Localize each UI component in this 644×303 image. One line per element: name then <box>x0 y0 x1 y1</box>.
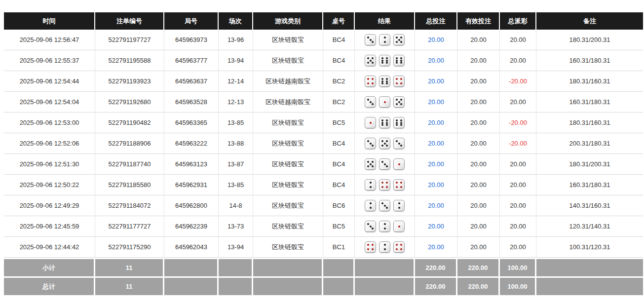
total-bet-link[interactable]: 20.00 <box>428 223 444 230</box>
cell-dice <box>355 154 415 175</box>
cell-game-type: 区块链骰宝 <box>253 237 323 258</box>
dice-result <box>365 34 405 45</box>
cell-remark: 120.31/140.31 <box>536 216 643 237</box>
cell-payout: 20.00 <box>500 50 536 71</box>
cell-dice <box>355 133 415 154</box>
cell-dice <box>355 50 415 71</box>
cell-dice <box>355 175 415 195</box>
footer-cell-game-type <box>253 276 323 295</box>
cell-game-type: 区块链越南骰宝 <box>253 92 323 113</box>
cell-payout: 20.00 <box>500 92 536 113</box>
cell-bet-id: 522791185580 <box>95 175 164 195</box>
table-row: 2025-09-06 12:56:47522791197727645963973… <box>4 30 643 50</box>
die-face-2-icon <box>379 241 390 253</box>
cell-table-no: BC4 <box>323 133 355 154</box>
cell-time: 2025-09-06 12:49:29 <box>4 195 95 216</box>
die-face-3-icon <box>365 138 376 149</box>
col-header-session: 场次 <box>219 12 253 30</box>
cell-valid-bet: 20.00 <box>457 133 500 154</box>
cell-time: 2025-09-06 12:50:22 <box>4 175 95 195</box>
total-row: 总计11220.00220.00100.00 <box>4 276 643 295</box>
cell-time: 2025-09-06 12:44:42 <box>4 237 95 258</box>
die-face-4-icon <box>393 76 405 87</box>
footer-cell-remark <box>536 258 643 276</box>
total-bet-link[interactable]: 20.00 <box>428 57 444 64</box>
footer-cell-remark <box>536 276 643 295</box>
cell-table-no: BC4 <box>323 50 355 71</box>
cell-total-bet: 20.00 <box>415 216 457 237</box>
total-count: 11 <box>95 276 164 295</box>
cell-round-id: 645963365 <box>164 113 219 133</box>
table-row: 2025-09-06 12:50:22522791185580645962931… <box>4 175 643 195</box>
die-face-4-icon <box>365 241 376 253</box>
cell-table-no: BC2 <box>323 71 355 92</box>
die-face-3-icon <box>393 138 405 149</box>
cell-table-no: BC5 <box>323 216 355 237</box>
cell-dice <box>355 195 415 216</box>
total-bet-link[interactable]: 20.00 <box>428 243 444 251</box>
cell-game-type: 区块链骰宝 <box>253 30 323 50</box>
footer-cell-dice <box>355 276 415 295</box>
cell-time: 2025-09-06 12:56:47 <box>4 30 95 50</box>
die-face-5-icon <box>365 55 376 66</box>
col-header-total-bet: 总投注 <box>415 12 457 30</box>
footer-cell-payout: 100.00 <box>500 258 536 276</box>
cell-table-no: BC4 <box>323 30 355 50</box>
cell-session: 12-14 <box>219 71 253 92</box>
die-face-6-icon <box>379 55 390 66</box>
cell-game-type: 区块链骰宝 <box>253 175 323 195</box>
cell-valid-bet: 20.00 <box>457 175 500 195</box>
total-bet-link[interactable]: 20.00 <box>428 202 444 209</box>
cell-valid-bet: 20.00 <box>457 195 500 216</box>
cell-time: 2025-09-06 12:55:37 <box>4 50 95 71</box>
cell-round-id: 645962931 <box>164 175 219 195</box>
col-header-table-no: 桌号 <box>323 12 355 30</box>
total-bet-link[interactable]: 20.00 <box>428 181 444 189</box>
cell-total-bet: 20.00 <box>415 237 457 258</box>
cell-remark: 180.31/160.31 <box>536 113 643 133</box>
die-face-1-icon <box>365 117 376 128</box>
cell-session: 13-94 <box>219 50 253 71</box>
cell-session: 13-94 <box>219 237 253 258</box>
dice-result <box>365 158 405 170</box>
table-row: 2025-09-06 12:49:29522791184072645962800… <box>4 195 643 216</box>
cell-dice <box>355 216 415 237</box>
total-bet-link[interactable]: 20.00 <box>428 98 444 106</box>
cell-game-type: 区块链骰宝 <box>253 113 323 133</box>
cell-valid-bet: 20.00 <box>457 92 500 113</box>
cell-payout: -20.00 <box>500 113 536 133</box>
cell-round-id: 645962239 <box>164 216 219 237</box>
dice-result <box>365 179 405 190</box>
die-face-2-icon <box>393 200 405 211</box>
cell-payout: 20.00 <box>500 216 536 237</box>
die-face-1-icon <box>393 158 405 170</box>
total-bet-link[interactable]: 20.00 <box>428 160 444 168</box>
dice-result <box>365 55 405 66</box>
footer-cell-session <box>219 276 253 295</box>
cell-total-bet: 20.00 <box>415 92 457 113</box>
table-row: 2025-09-06 12:52:06522791188906645963222… <box>4 133 643 154</box>
cell-remark: 180.31/160.31 <box>536 71 643 92</box>
die-face-2-icon <box>365 179 376 190</box>
col-header-dice: 结果 <box>355 12 415 30</box>
cell-time: 2025-09-06 12:54:44 <box>4 71 95 92</box>
cell-game-type: 区块链骰宝 <box>253 50 323 71</box>
total-bet-link[interactable]: 20.00 <box>428 119 444 126</box>
footer-cell-table-no <box>323 258 355 276</box>
cell-session: 13-73 <box>219 216 253 237</box>
total-bet-link[interactable]: 20.00 <box>428 140 444 147</box>
total-bet-link[interactable]: 20.00 <box>428 77 444 85</box>
col-header-round-id: 局号 <box>164 12 219 30</box>
footer-cell-session <box>219 258 253 276</box>
cell-bet-id: 522791190482 <box>95 113 164 133</box>
col-header-payout: 总派彩 <box>500 12 536 30</box>
die-face-3-icon <box>379 158 390 170</box>
cell-total-bet: 20.00 <box>415 30 457 50</box>
total-bet-link[interactable]: 20.00 <box>428 36 444 43</box>
cell-dice <box>355 113 415 133</box>
footer-cell-round-id <box>164 276 219 295</box>
cell-round-id: 645963222 <box>164 133 219 154</box>
cell-dice <box>355 92 415 113</box>
cell-round-id: 645963973 <box>164 30 219 50</box>
die-face-3-icon <box>365 221 376 232</box>
